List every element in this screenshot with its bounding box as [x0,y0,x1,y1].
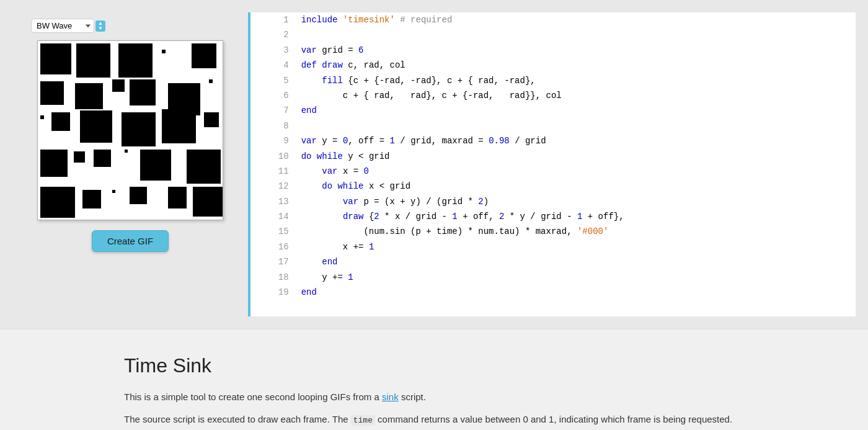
code-table: 1include 'timesink' # required23var grid… [250,12,856,300]
line-code: do while x < grid [296,179,856,194]
code-line-3: 3var grid = 6 [250,43,856,58]
code-line-16: 16 x += 1 [250,240,856,254]
line-code [296,119,856,133]
line-code: end [296,254,856,269]
code-line-19: 19end [250,285,856,300]
preset-dropdown[interactable]: BW Wave Color Wave Spiral [31,19,94,33]
code-line-13: 13 var p = (x + y) / (grid * 2) [250,194,856,209]
line-code: do while y < grid [296,149,856,164]
code-line-15: 15 (num.sin (p + time) * num.tau) * maxr… [250,224,856,239]
dropdown-stepper[interactable]: ▲ ▼ [95,20,105,32]
code-line-9: 9var y = 0, off = 1 / grid, maxrad = 0.9… [250,133,856,148]
description-1: This is a simple tool to create one seco… [124,390,744,405]
dropdown-container: BW Wave Color Wave Spiral ▲ ▼ [31,19,105,33]
line-number: 5 [250,73,296,88]
line-code: end [296,103,856,118]
line-code: c + { rad, rad}, c + {-rad, rad}}, col [296,88,856,103]
code-line-2: 2 [250,27,856,42]
line-number: 14 [250,209,296,224]
line-number: 12 [250,179,296,194]
line-number: 6 [250,88,296,103]
code-panel: 1include 'timesink' # required23var grid… [250,12,856,316]
line-number: 11 [250,164,296,179]
line-code: x += 1 [296,240,856,254]
time-code: time [351,415,375,426]
code-line-7: 7end [250,103,856,118]
left-panel: BW Wave Color Wave Spiral ▲ ▼ [12,12,248,316]
line-number: 16 [250,240,296,254]
code-line-8: 8 [250,119,856,133]
preview-canvas [37,40,223,220]
line-code: var p = (x + y) / (grid * 2) [296,194,856,209]
code-line-12: 12 do while x < grid [250,179,856,194]
line-code: var x = 0 [296,164,856,179]
line-number: 13 [250,194,296,209]
preset-dropdown-wrapper[interactable]: BW Wave Color Wave Spiral [31,19,94,33]
description-2: The source script is executed to draw ea… [124,412,744,428]
line-number: 18 [250,270,296,285]
bottom-section: Time Sink This is a simple tool to creat… [0,329,868,430]
line-number: 2 [250,27,296,42]
line-number: 10 [250,149,296,164]
code-line-5: 5 fill {c + {-rad, -rad}, c + { rad, -ra… [250,73,856,88]
code-line-17: 17 end [250,254,856,269]
code-line-1: 1include 'timesink' # required [250,12,856,27]
line-number: 8 [250,119,296,133]
code-line-11: 11 var x = 0 [250,164,856,179]
sink-link[interactable]: sink [382,392,399,402]
line-number: 17 [250,254,296,269]
code-line-10: 10do while y < grid [250,149,856,164]
line-number: 15 [250,224,296,239]
create-gif-button[interactable]: Create GIF [92,230,169,252]
line-number: 19 [250,285,296,300]
code-line-18: 18 y += 1 [250,270,856,285]
line-number: 1 [250,12,296,27]
line-code: include 'timesink' # required [296,12,856,27]
line-code: var grid = 6 [296,43,856,58]
line-code: def draw c, rad, col [296,58,856,73]
line-code: var y = 0, off = 1 / grid, maxrad = 0.98… [296,133,856,148]
line-number: 7 [250,103,296,118]
code-line-4: 4def draw c, rad, col [250,58,856,73]
line-number: 3 [250,43,296,58]
page-title: Time Sink [124,354,744,377]
line-number: 9 [250,133,296,148]
line-code: end [296,285,856,300]
line-code [296,27,856,42]
code-line-6: 6 c + { rad, rad}, c + {-rad, rad}}, col [250,88,856,103]
line-code: y += 1 [296,270,856,285]
line-code: (num.sin (p + time) * num.tau) * maxrad,… [296,224,856,239]
line-code: fill {c + {-rad, -rad}, c + { rad, -rad}… [296,73,856,88]
line-number: 4 [250,58,296,73]
line-code: draw {2 * x / grid - 1 + off, 2 * y / gr… [296,209,856,224]
code-line-14: 14 draw {2 * x / grid - 1 + off, 2 * y /… [250,209,856,224]
